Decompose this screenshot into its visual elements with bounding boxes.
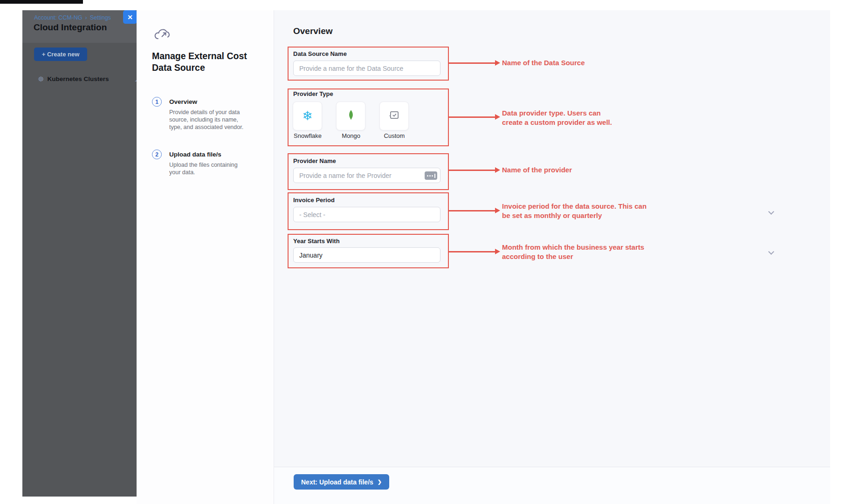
ellipsis-expand-icon[interactable] [425,171,437,180]
tab-kubernetes-clusters[interactable]: ☸ Kubernetes Clusters [38,75,109,82]
step-2-description: Upload the files containing your data. [169,162,248,177]
mongo-leaf-icon [345,109,357,123]
snowflake-icon: ❄ [302,110,313,123]
breadcrumb-settings-link[interactable]: Settings [90,14,111,21]
step-2-indicator: 2 [152,150,162,159]
chevron-right-icon: ❯ [378,479,382,485]
wizard-title: Manage External Cost Data Source [152,50,251,74]
provider-card-label: Mongo [342,132,360,139]
close-icon: ✕ [127,14,133,21]
custom-provider-icon [388,109,400,123]
step-1-indicator: 1 [152,97,162,107]
data-source-name-input[interactable] [293,61,440,76]
breadcrumb-account-link[interactable]: Account: CCM-NG [34,14,83,21]
next-button-label: Next: Upload data file/s [301,478,373,486]
step-number: 1 [155,99,158,105]
wizard-panel: Manage External Cost Data Source 1 Overv… [137,10,274,504]
browser-chrome-remnant [0,0,83,4]
provider-card-mongo[interactable] [336,102,365,130]
close-button[interactable]: ✕ [123,10,137,24]
step-2-title: Upload data file/s [169,151,221,158]
breadcrumb: Account: CCM-NG›Settings [34,14,111,21]
invoice-period-select[interactable] [293,207,440,222]
provider-type-label: Provider Type [293,90,333,97]
provider-card-label: Snowflake [294,132,322,139]
step-1-description: Provide details of your data source, inc… [169,109,248,131]
next-upload-button[interactable]: Next: Upload data file/s ❯ [294,474,389,490]
provider-card-label: Custom [384,132,405,139]
page-title: Cloud Integration [34,22,107,33]
breadcrumb-separator: › [85,14,87,21]
year-starts-with-label: Year Starts With [293,238,340,245]
step-number: 2 [155,151,158,158]
kubernetes-icon: ☸ [38,75,44,82]
create-new-button[interactable]: + Create new [34,48,87,61]
screen: Account: CCM-NG›Settings Cloud Integrati… [0,0,853,504]
step-1-title: Overview [169,98,197,105]
provider-card-snowflake[interactable]: ❄ [293,102,322,130]
data-source-name-label: Data Source Name [293,50,347,57]
dimmed-background-page: Account: CCM-NG›Settings Cloud Integrati… [22,10,137,497]
cloud-upload-icon [153,28,171,44]
provider-name-label: Provider Name [293,157,336,164]
tabs-row: ☸ Kubernetes Clusters ☁ C [22,71,137,87]
form-heading: Overview [293,26,333,36]
tab-label: Kubernetes Clusters [47,75,109,82]
invoice-period-label: Invoice Period [293,197,335,204]
provider-card-custom[interactable] [379,102,409,130]
provider-name-input[interactable] [293,168,440,183]
year-starts-with-select[interactable] [293,247,440,263]
